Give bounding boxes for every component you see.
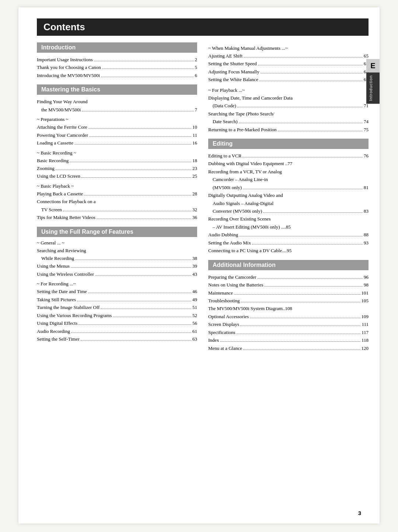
toc-still-pictures: Taking Still Pictures 49 [37,296,197,303]
toc-index: Index 118 [208,336,369,344]
section-fullrange-header: Using the Full Range of Features [37,227,197,237]
toc-audio-recording: Audio Recording 61 [37,327,197,335]
section-fullrange: Using the Full Range of Features ~ Gener… [37,227,197,343]
toc-maintenance: Maintenance 101 [208,289,369,297]
toc-thank-you: Thank you for Choosing a Canon 5 [37,63,197,71]
toc-finding: Finding Your Way Around the MV500/MV500i… [37,98,197,114]
toc-playback-cassette: Playing Back a Cassette 28 [37,190,197,198]
toc-recording-programs: Using the Various Recording Programs 52 [37,312,197,319]
toc-zooming: Zooming 23 [37,164,197,172]
toc-shutter: Setting the Shutter Speed 66 [208,60,369,67]
toc-white-balance: Setting the White Balance 69 [208,76,369,83]
toc-cassette: Loading a Cassette 16 [37,139,197,147]
sub-playback: ~ For Playback ...~ [208,87,369,93]
toc-basic-recording: Basic Recording 18 [37,157,197,164]
toc-ferrite: Attaching the Ferrite Core 10 [37,123,197,131]
toc-dv-cable: Connecting to a PC Using a DV Cable.... … [208,247,369,254]
toc-date-time: Setting the Date and Time 46 [37,288,197,295]
page-number: 3 [358,510,361,516]
toc-troubleshooting: Troubleshooting 105 [208,297,369,305]
content-columns: Introduction Important Usage Instruction… [37,42,369,354]
toc-introducing: Introducing the MV500/MV500i 6 [37,72,197,79]
toc-pre-marked: Returning to a Pre-Marked Position 75 [208,126,369,133]
section-additional: Additional Information Preparing the Cam… [208,260,369,352]
toc-wireless: Using the Wireless Controller 43 [37,270,197,278]
toc-digital-effects: Using Digital Effects 56 [37,319,197,327]
toc-stabilizer: Turning the Image Stabilizer Off 51 [37,303,197,311]
sub-manual-adj: ~ When Making Manual Adjustments ...~ [208,45,369,51]
toc-lcd: Using the LCD Screen 25 [37,172,197,180]
toc-audio-dubbing: Audio Dubbing 88 [208,231,369,239]
toc-focus: Adjusting Focus Manually 68 [208,68,369,76]
toc-menus: Using the Menus 39 [37,262,197,270]
right-column: ~ When Making Manual Adjustments ...~ Aj… [208,42,369,354]
toc-batteries: Notes on Using the Batteries 98 [208,281,369,289]
sub-preparations: ~ Preparations ~ [37,117,197,122]
toc-specifications: Specifications 117 [208,328,369,336]
toc-menu-glance: Menu at a Glance 120 [208,344,369,352]
side-tab: E Introduction [366,59,380,104]
toc-photo-search: Searching the Tape (Photo Search/ Date S… [208,110,369,126]
toc-powering: Powering Your Camcorder 11 [37,131,197,139]
toc-ae-shift: Ajusting AE Shift 65 [208,52,369,60]
page: Contents Introduction Important Usage In… [18,7,380,524]
side-tab-letter: E [366,59,380,72]
side-tab-label: Introduction [366,72,380,104]
section-editing-header: Editing [208,139,369,149]
section-manual-adj: ~ When Making Manual Adjustments ...~ Aj… [208,45,369,133]
section-introduction-header: Introduction [37,42,197,53]
toc-recording-vcr: Recording from a VCR, TV or Analog Camco… [208,168,369,191]
toc-connections: Connections for Playback on a TV Screen … [37,198,197,213]
sub-for-recording: ~ For Recording ...~ [37,281,197,287]
toc-better-videos: Tips for Making Better Videos 36 [37,213,197,221]
section-additional-header: Additional Information [208,260,369,270]
section-introduction: Introduction Important Usage Instruction… [37,42,197,79]
toc-preparing: Preparing the Camcorder 96 [208,273,369,281]
toc-data-code: Displaying Date, Time and Camcorder Data… [208,94,369,110]
toc-self-timer: Setting the Self-Timer 63 [37,335,197,343]
toc-dubbing: Dubbing with Digital Video Equipment .. … [208,160,369,167]
sub-basic-playback: ~ Basic Playback ~ [37,183,197,189]
toc-screen-displays: Screen Displays 111 [208,320,369,328]
toc-recording-over: Recording Over Existing Scenes – AV Inse… [208,215,369,231]
toc-system-diagram: The MV500/MV500i System Diagram.. 108 [208,305,369,312]
toc-important-usage: Important Usage Instructions 2 [37,56,197,63]
toc-editing-vcr: Editing to a VCR 76 [208,152,369,160]
sub-general: ~ General ... ~ [37,240,197,246]
section-editing: Editing Editing to a VCR 76 Dubbing with… [208,139,369,255]
toc-digitally-outputting: Digitally Outputting Analog Video and Au… [208,191,369,215]
toc-optional-acc: Optional Accessories 109 [208,313,369,320]
sub-basic-recording: ~ Basic Recording ~ [37,150,197,156]
left-column: Introduction Important Usage Instruction… [37,42,197,354]
toc-audio-mix: Setting the Audio Mix 93 [208,239,369,247]
section-mastering-header: Mastering the Basics [37,84,197,95]
toc-searching: Searching and Reviewing While Recording … [37,247,197,262]
section-mastering: Mastering the Basics Finding Your Way Ar… [37,84,197,221]
page-title: Contents [37,18,369,36]
